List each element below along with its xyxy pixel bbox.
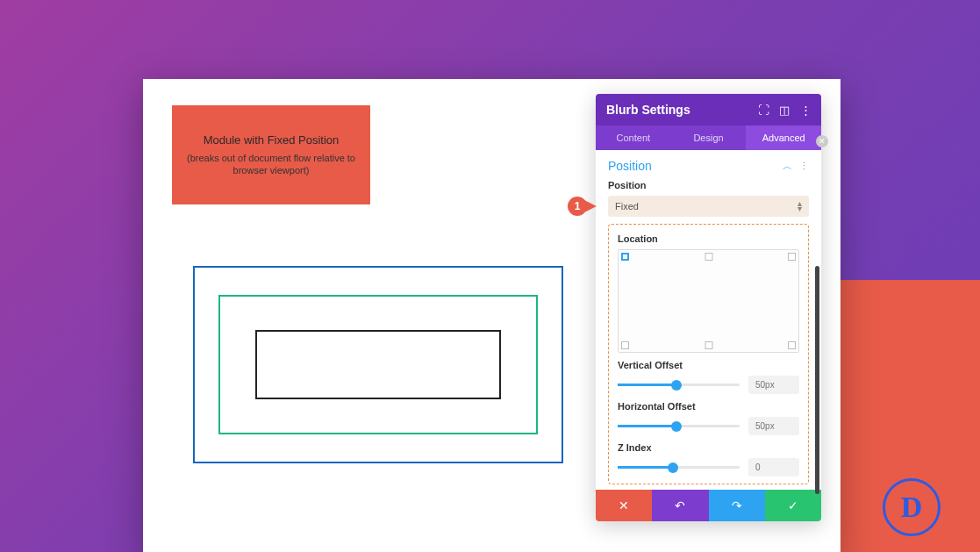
hoffset-slider[interactable] bbox=[618, 425, 740, 427]
position-value: Fixed bbox=[615, 201, 639, 211]
select-carets-icon: ▴▾ bbox=[798, 201, 802, 211]
panel-title: Blurb Settings bbox=[606, 103, 690, 117]
header-icons: ⛶ ◫ ⋮ bbox=[758, 104, 811, 115]
location-label: Location bbox=[618, 233, 799, 244]
location-picker[interactable] bbox=[618, 249, 799, 353]
location-bottom-right[interactable] bbox=[788, 341, 796, 349]
zindex-value[interactable]: 0 bbox=[748, 458, 799, 477]
layout-preview bbox=[193, 266, 563, 463]
cancel-button[interactable]: ✕ bbox=[596, 490, 652, 521]
section-title: Position bbox=[608, 159, 652, 173]
location-top-right[interactable] bbox=[788, 253, 796, 261]
scrollbar[interactable] bbox=[815, 266, 819, 494]
menu-icon[interactable]: ⋮ bbox=[800, 104, 811, 115]
section-outline[interactable] bbox=[193, 266, 563, 463]
module-title: Module with Fixed Position bbox=[204, 133, 340, 147]
voffset-label: Vertical Offset bbox=[618, 360, 799, 370]
panel-footer: ✕ ↶ ↷ ✓ bbox=[596, 490, 821, 521]
undo-button[interactable]: ↶ bbox=[652, 490, 708, 521]
callout-arrow-icon bbox=[584, 200, 597, 212]
logo-letter: D bbox=[901, 491, 923, 524]
slider-thumb[interactable] bbox=[671, 421, 682, 432]
close-badge-icon[interactable]: ✕ bbox=[816, 135, 828, 147]
location-top-left[interactable] bbox=[621, 253, 629, 261]
section-menu-icon[interactable]: ⋮ bbox=[799, 161, 809, 172]
hoffset-value[interactable]: 50px bbox=[748, 417, 799, 435]
chevron-up-icon[interactable]: ︿ bbox=[783, 160, 792, 173]
hoffset-row: 50px bbox=[618, 417, 799, 435]
save-button[interactable]: ✓ bbox=[765, 490, 821, 521]
options-group: Location Vertical Offset 50px bbox=[608, 224, 809, 484]
settings-panel: Blurb Settings ⛶ ◫ ⋮ Content Design Adva… bbox=[596, 94, 821, 521]
section-icons: ︿ ⋮ bbox=[783, 160, 809, 173]
divi-logo: D bbox=[883, 478, 941, 536]
voffset-value[interactable]: 50px bbox=[748, 376, 799, 394]
hoffset-label: Horizontal Offset bbox=[618, 401, 799, 412]
location-bottom-left[interactable] bbox=[621, 341, 629, 349]
zindex-slider[interactable] bbox=[618, 466, 740, 469]
panel-tabs: Content Design Advanced bbox=[596, 125, 821, 150]
position-label: Position bbox=[608, 180, 809, 190]
snap-icon[interactable]: ◫ bbox=[779, 104, 790, 115]
tab-content[interactable]: Content bbox=[596, 125, 671, 150]
callout-marker: 1 bbox=[568, 197, 597, 216]
expand-icon[interactable]: ⛶ bbox=[758, 104, 769, 115]
tab-design[interactable]: Design bbox=[671, 125, 747, 150]
position-select[interactable]: Fixed ▴▾ bbox=[608, 196, 809, 217]
zindex-row: 0 bbox=[618, 458, 799, 477]
tab-advanced[interactable]: Advanced bbox=[746, 125, 821, 150]
section-header[interactable]: Position ︿ ⋮ bbox=[608, 159, 809, 173]
zindex-label: Z Index bbox=[618, 442, 799, 453]
panel-header[interactable]: Blurb Settings ⛶ ◫ ⋮ bbox=[596, 94, 821, 125]
module-outline[interactable] bbox=[255, 330, 502, 399]
voffset-slider[interactable] bbox=[618, 384, 740, 386]
location-top-center[interactable] bbox=[705, 253, 712, 261]
location-bottom-center[interactable] bbox=[705, 341, 712, 349]
editor-canvas: Module with Fixed Position (breaks out o… bbox=[143, 79, 841, 552]
row-outline[interactable] bbox=[218, 295, 538, 434]
slider-thumb[interactable] bbox=[671, 380, 682, 391]
fixed-position-module[interactable]: Module with Fixed Position (breaks out o… bbox=[172, 105, 370, 204]
panel-body: Position ︿ ⋮ Position Fixed ▴▾ Location bbox=[596, 150, 821, 490]
voffset-row: 50px bbox=[618, 376, 799, 394]
redo-button[interactable]: ↷ bbox=[709, 490, 765, 521]
module-subtitle: (breaks out of document flow relative to… bbox=[181, 152, 361, 177]
slider-thumb[interactable] bbox=[668, 462, 678, 473]
